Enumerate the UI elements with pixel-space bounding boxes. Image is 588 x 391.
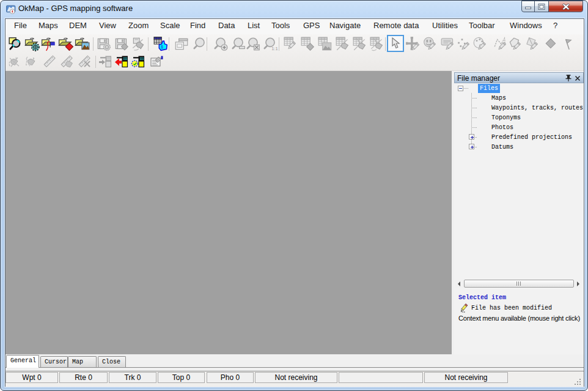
svg-text:1:1: 1:1 — [271, 46, 278, 51]
